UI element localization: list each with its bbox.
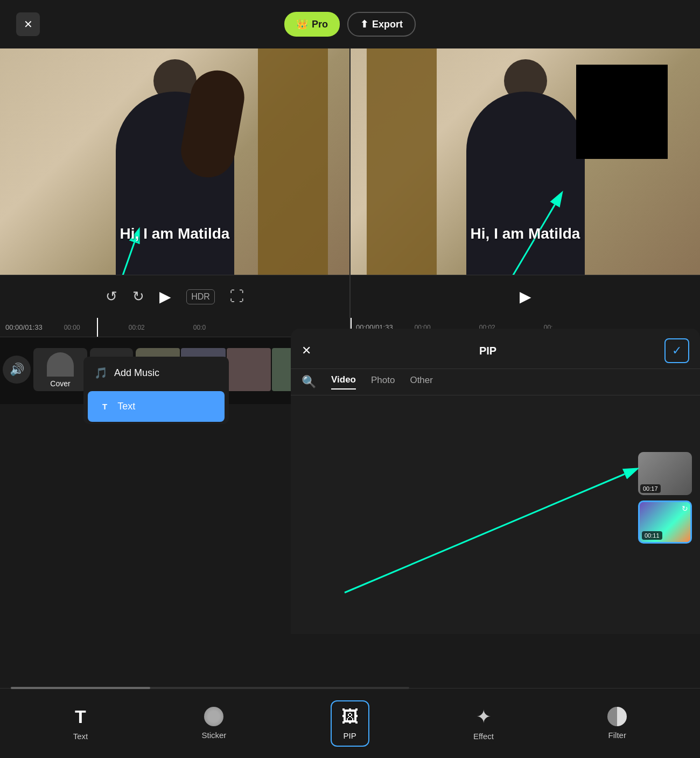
toolbar-pip[interactable]: 🖼 PIP	[331, 700, 369, 747]
header: ✕ 👑 Pro ⬆ Export	[0, 0, 700, 48]
dropdown-menu: 🎵 Add Music T Text	[83, 357, 229, 424]
controls-bar: ↺ ↻ ▶ HDR ⛶ ▶	[0, 275, 700, 318]
text-item[interactable]: T Text	[88, 391, 225, 422]
pip-search-icon[interactable]: 🔍	[302, 375, 316, 389]
pip-video-list: 00:17 00:11 ↻	[291, 395, 700, 514]
pro-button[interactable]: 👑 Pro	[284, 12, 340, 37]
scrollbar[interactable]	[11, 687, 409, 689]
controls-left: ↺ ↻ ▶ HDR ⛶	[0, 275, 349, 318]
toolbar-sticker[interactable]: Sticker	[192, 701, 236, 745]
pip-confirm-button[interactable]: ✓	[664, 338, 689, 363]
caption-left: Hi, I am Matilda	[120, 225, 230, 242]
text-toolbar-icon: T	[75, 706, 86, 727]
effect-icon: ✦	[476, 706, 491, 727]
header-buttons: 👑 Pro ⬆ Export	[284, 12, 416, 37]
pip-panel: ✕ PIP ✓ 🔍 Video Photo Other 00:17 00:11 …	[291, 329, 700, 634]
audio-button-left[interactable]: 🔊	[3, 356, 31, 384]
undo-button[interactable]: ↺	[106, 288, 117, 305]
text-icon: T	[99, 401, 111, 412]
export-icon: ⬆	[360, 18, 368, 30]
pip-toolbar-icon: 🖼	[341, 707, 359, 727]
add-music-item[interactable]: 🎵 Add Music	[83, 357, 229, 389]
hdr-button[interactable]: HDR	[186, 289, 215, 304]
export-button[interactable]: ⬆ Export	[347, 12, 416, 37]
pip-title: PIP	[311, 345, 664, 357]
play-button-right[interactable]: ▶	[520, 288, 531, 305]
caption-right: Hi, I am Matilda	[471, 225, 580, 242]
controls-right: ▶	[351, 275, 700, 318]
filter-icon	[607, 707, 627, 726]
bottom-toolbar: T Text Sticker 🖼 PIP ✦ Effect Filter	[0, 688, 700, 758]
pip-video-thumb-2[interactable]: 00:11 ↻	[638, 500, 692, 544]
tab-video[interactable]: Video	[331, 374, 356, 390]
face-cover	[576, 65, 668, 159]
fullscreen-button[interactable]: ⛶	[230, 288, 244, 305]
preview-right: Hi, I am Matilda	[351, 48, 700, 275]
toolbar-effect[interactable]: ✦ Effect	[464, 700, 503, 746]
tab-photo[interactable]: Photo	[371, 375, 395, 389]
play-button-left[interactable]: ▶	[159, 288, 171, 305]
pip-video-thumb-1[interactable]: 00:17	[638, 452, 692, 495]
timeline-cursor-left	[97, 318, 98, 337]
preview-left: Hi, I am Matilda	[0, 48, 349, 275]
music-icon: 🎵	[94, 366, 108, 379]
cover-thumb[interactable]: Cover	[33, 348, 87, 391]
crown-icon: 👑	[296, 18, 308, 30]
pip-thumb-loop-icon: ↻	[682, 504, 688, 513]
pip-tabs: 🔍 Video Photo Other	[291, 369, 700, 395]
tab-other[interactable]: Other	[410, 375, 433, 389]
redo-button[interactable]: ↻	[132, 288, 144, 305]
pip-close-button[interactable]: ✕	[302, 344, 311, 358]
toolbar-text[interactable]: T Text	[64, 701, 98, 746]
preview-area: Hi, I am Matilda Hi, I am Matilda	[0, 48, 700, 275]
close-button[interactable]: ✕	[16, 12, 40, 36]
video-frame	[227, 348, 271, 391]
sticker-icon	[204, 707, 223, 726]
toolbar-filter[interactable]: Filter	[598, 701, 636, 745]
pip-header: ✕ PIP ✓	[291, 329, 700, 369]
